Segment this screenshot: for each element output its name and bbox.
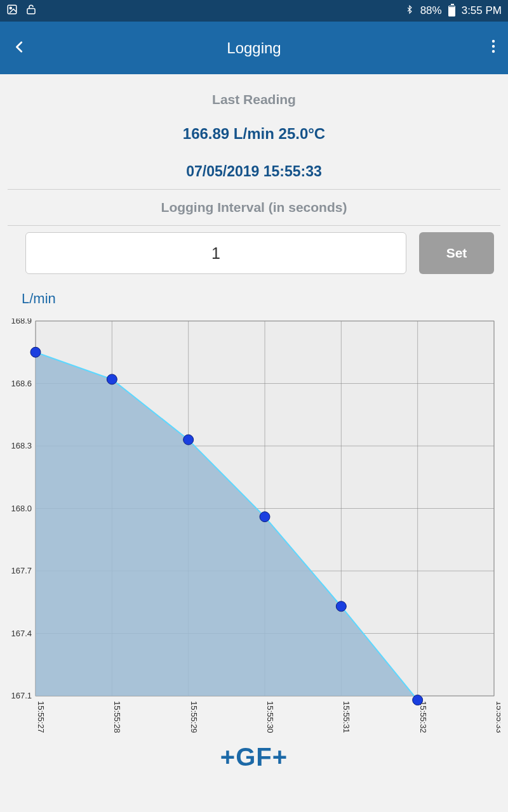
svg-point-41: [413, 695, 423, 705]
svg-rect-0: [8, 5, 17, 14]
last-reading-timestamp: 07/05/2019 15:55:33: [0, 163, 508, 189]
svg-text:15:55:29: 15:55:29: [189, 701, 199, 733]
svg-point-5: [492, 49, 495, 52]
picture-icon: [6, 4, 18, 18]
bluetooth-icon: [405, 3, 414, 19]
content: Last Reading 166.89 L/min 25.0°C 07/05/2…: [0, 92, 508, 771]
more-menu-button[interactable]: [491, 39, 495, 58]
svg-text:168.0: 168.0: [11, 504, 32, 513]
svg-text:15:55:30: 15:55:30: [265, 701, 275, 733]
battery-percent: 88%: [420, 4, 442, 17]
svg-text:167.4: 167.4: [11, 629, 32, 638]
svg-point-4: [492, 44, 495, 47]
status-right: 88% 3:55 PM: [405, 3, 502, 19]
status-bar: 88% 3:55 PM: [0, 0, 508, 22]
svg-text:15:55:27: 15:55:27: [36, 701, 46, 733]
status-time: 3:55 PM: [462, 4, 502, 17]
back-button[interactable]: [13, 38, 38, 58]
interval-input[interactable]: [25, 232, 406, 274]
svg-point-36: [30, 347, 41, 357]
svg-text:167.1: 167.1: [11, 691, 32, 700]
svg-text:15:55:33: 15:55:33: [495, 701, 500, 733]
svg-text:15:55:32: 15:55:32: [418, 701, 428, 733]
svg-point-37: [107, 374, 117, 384]
set-button[interactable]: Set: [419, 232, 494, 274]
svg-rect-2: [27, 8, 35, 13]
svg-text:167.7: 167.7: [11, 566, 32, 575]
svg-text:15:55:31: 15:55:31: [342, 701, 351, 733]
brand-logo: +GF+: [0, 743, 508, 771]
chart[interactable]: 167.1167.4167.7168.0168.3168.6168.915:55…: [8, 318, 500, 740]
svg-text:168.3: 168.3: [11, 441, 32, 450]
battery-icon: [448, 6, 455, 16]
y-axis-unit: L/min: [22, 291, 508, 307]
svg-point-3: [492, 39, 495, 42]
interval-row: Set: [0, 226, 508, 274]
svg-text:15:55:28: 15:55:28: [112, 701, 122, 733]
svg-point-40: [336, 601, 346, 612]
app-bar: Logging: [0, 22, 508, 74]
svg-point-38: [184, 435, 194, 445]
svg-text:168.6: 168.6: [11, 379, 32, 388]
page-title: Logging: [0, 39, 508, 57]
lock-open-icon: [25, 4, 37, 18]
status-left: [6, 4, 37, 18]
divider: [8, 189, 500, 190]
svg-text:168.9: 168.9: [11, 318, 32, 325]
last-reading-value: 166.89 L/min 25.0°C: [0, 125, 508, 143]
logging-interval-label: Logging Interval (in seconds): [0, 200, 508, 225]
svg-point-1: [10, 7, 11, 9]
last-reading-label: Last Reading: [0, 92, 508, 107]
svg-point-39: [260, 512, 270, 522]
